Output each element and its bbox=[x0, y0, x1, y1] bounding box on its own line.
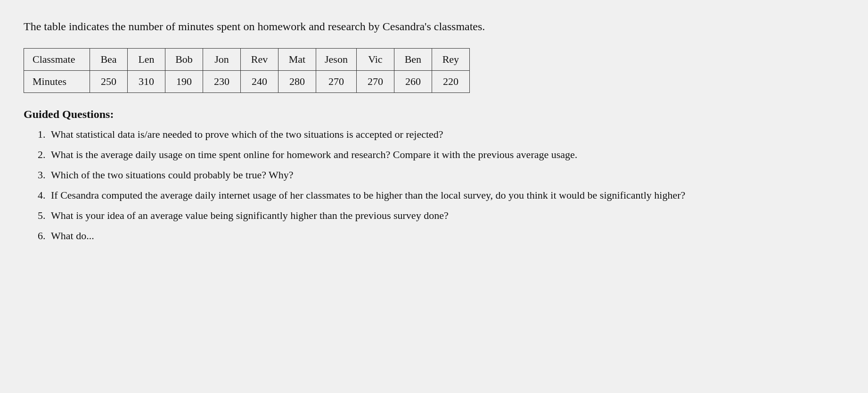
cell-ben-minutes: 260 bbox=[394, 70, 432, 92]
question-text-4: If Cesandra computed the average daily i… bbox=[51, 187, 844, 203]
cell-rey-minutes: 220 bbox=[432, 70, 469, 92]
question-2: 2. What is the average daily usage on ti… bbox=[38, 147, 844, 162]
header-mat: Mat bbox=[278, 48, 316, 70]
question-number-4: 4. bbox=[38, 187, 51, 203]
question-number-1: 1. bbox=[38, 126, 51, 142]
question-1: 1. What statistical data is/are needed t… bbox=[38, 126, 844, 142]
question-number-5: 5. bbox=[38, 208, 51, 223]
table-header-row: Classmate Bea Len Bob Jon Rev Mat Jeson … bbox=[24, 48, 470, 70]
header-rev: Rev bbox=[241, 48, 278, 70]
question-number-2: 2. bbox=[38, 147, 51, 162]
cell-minutes-label: Minutes bbox=[24, 70, 90, 92]
guided-questions-heading: Guided Questions: bbox=[24, 108, 844, 121]
header-jeson: Jeson bbox=[316, 48, 357, 70]
question-text-1: What statistical data is/are needed to p… bbox=[51, 126, 844, 142]
header-len: Len bbox=[128, 48, 165, 70]
question-text-5: What is your idea of an average value be… bbox=[51, 208, 844, 223]
intro-paragraph: The table indicates the number of minute… bbox=[24, 19, 844, 35]
header-vic: Vic bbox=[356, 48, 394, 70]
header-ben: Ben bbox=[394, 48, 432, 70]
cell-rev-minutes: 240 bbox=[241, 70, 278, 92]
header-classmate: Classmate bbox=[24, 48, 90, 70]
cell-vic-minutes: 270 bbox=[356, 70, 394, 92]
cell-bea-minutes: 250 bbox=[90, 70, 128, 92]
cell-jon-minutes: 230 bbox=[203, 70, 241, 92]
question-text-2: What is the average daily usage on time … bbox=[51, 147, 844, 162]
question-text-6: What do... bbox=[51, 228, 844, 243]
header-rey: Rey bbox=[432, 48, 469, 70]
question-5: 5. What is your idea of an average value… bbox=[38, 208, 844, 223]
questions-list: 1. What statistical data is/are needed t… bbox=[24, 126, 844, 243]
cell-jeson-minutes: 270 bbox=[316, 70, 357, 92]
question-4: 4. If Cesandra computed the average dail… bbox=[38, 187, 844, 203]
header-bea: Bea bbox=[90, 48, 128, 70]
header-jon: Jon bbox=[203, 48, 241, 70]
classmates-table: Classmate Bea Len Bob Jon Rev Mat Jeson … bbox=[24, 48, 470, 93]
question-3: 3. Which of the two situations could pro… bbox=[38, 167, 844, 183]
cell-mat-minutes: 280 bbox=[278, 70, 316, 92]
question-number-6: 6. bbox=[38, 228, 51, 243]
cell-bob-minutes: 190 bbox=[165, 70, 203, 92]
cell-len-minutes: 310 bbox=[128, 70, 165, 92]
question-6: 6. What do... bbox=[38, 228, 844, 243]
question-number-3: 3. bbox=[38, 167, 51, 183]
question-text-3: Which of the two situations could probab… bbox=[51, 167, 844, 183]
header-bob: Bob bbox=[165, 48, 203, 70]
guided-questions-section: Guided Questions: 1. What statistical da… bbox=[24, 108, 844, 243]
table-data-row: Minutes 250 310 190 230 240 280 270 270 … bbox=[24, 70, 470, 92]
